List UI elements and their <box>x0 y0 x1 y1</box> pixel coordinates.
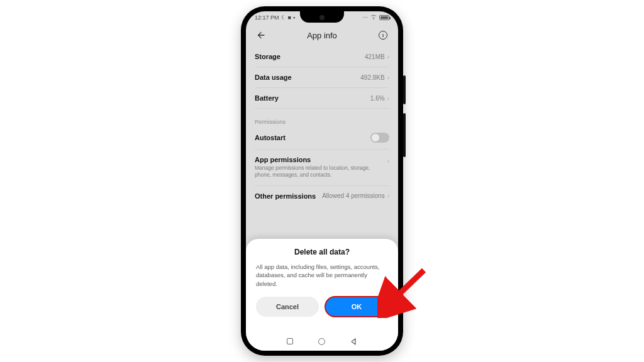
battery-icon <box>379 15 389 20</box>
row-data-usage[interactable]: Data usage 492.8KB › <box>253 67 391 87</box>
row-autostart[interactable]: Autostart <box>253 126 391 149</box>
row-label: Data usage <box>255 74 292 81</box>
info-button[interactable]: i <box>377 29 389 41</box>
phone-screen: 12:17 PM ☾ ■ ▪ ⋯ App info i <box>246 11 398 351</box>
row-value: 1.6% › <box>370 95 389 102</box>
row-label: Autostart <box>255 134 286 141</box>
back-button[interactable] <box>255 29 267 41</box>
chevron-right-icon: › <box>387 192 389 199</box>
row-label: Battery <box>255 94 279 102</box>
more-icon: ⋯ <box>362 15 368 21</box>
recent-apps-button[interactable] <box>287 338 293 344</box>
phone-frame: 12:17 PM ☾ ■ ▪ ⋯ App info i <box>241 6 403 356</box>
dialog-body: All app data, including files, settings,… <box>256 263 388 288</box>
chevron-right-icon: › <box>387 74 389 81</box>
moon-icon: ☾ <box>281 15 286 21</box>
dialog-title: Delete all data? <box>256 248 388 256</box>
row-value: 492.8KB › <box>360 74 389 81</box>
status-time: 12:17 PM <box>255 14 279 21</box>
row-label: Storage <box>255 53 280 60</box>
delete-data-dialog: Delete all data? All app data, including… <box>246 239 398 332</box>
video-icon: ■ <box>288 15 291 21</box>
nav-back-button[interactable] <box>350 337 358 345</box>
row-label: App permissions <box>255 156 387 163</box>
square-icon: ▪ <box>293 15 295 21</box>
app-bar: App info i <box>253 24 391 47</box>
home-button[interactable] <box>318 338 325 345</box>
chevron-right-icon: › <box>387 158 389 165</box>
divider <box>255 108 389 109</box>
navigation-bar <box>246 332 398 351</box>
row-other-permissions[interactable]: Other permissions Allowed 4 permissions … <box>253 186 391 206</box>
cancel-button[interactable]: Cancel <box>256 297 319 317</box>
row-value: Allowed 4 permissions › <box>322 192 389 199</box>
section-permissions-label: Permissions <box>255 119 389 125</box>
chevron-right-icon: › <box>387 95 389 102</box>
dialog-button-row: Cancel OK <box>256 297 388 317</box>
ok-button[interactable]: OK <box>325 297 388 317</box>
row-label: Other permissions <box>255 192 316 200</box>
wifi-icon <box>370 14 377 21</box>
row-value: 421MB › <box>365 53 389 60</box>
back-arrow-icon <box>256 30 266 40</box>
notch <box>300 11 344 23</box>
autostart-toggle[interactable] <box>370 133 389 143</box>
row-storage[interactable]: Storage 421MB › <box>253 47 391 67</box>
chevron-right-icon: › <box>387 53 389 60</box>
info-icon: i <box>379 31 387 40</box>
row-battery[interactable]: Battery 1.6% › <box>253 88 391 108</box>
page-title: App info <box>307 31 337 40</box>
row-app-permissions[interactable]: App permissions Manage permissions relat… <box>253 150 391 185</box>
row-subtext: Manage permissions related to location, … <box>255 165 387 179</box>
